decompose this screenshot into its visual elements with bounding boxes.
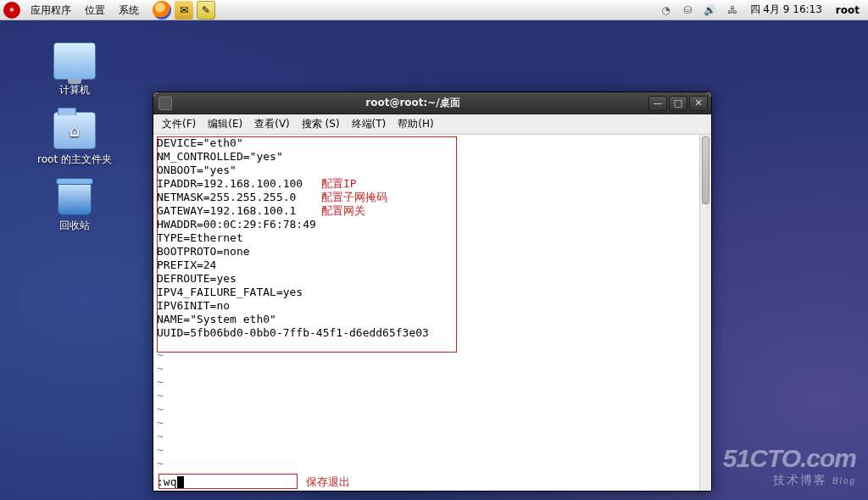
config-line: HWADDR=00:0C:29:F6:78:49 [157,218,698,231]
watermark: 51CTO.com 技术博客 Blog [723,444,856,488]
trash-icon [58,181,92,215]
desktop-icon-home[interactable]: ⌂ root 的主文件夹 [24,112,125,167]
config-line: TYPE=Ethernet [157,231,698,245]
config-line: NAME="System eth0" [157,313,698,326]
titlebar[interactable]: root@root:~/桌面 — □ ✕ [153,92,711,114]
desktop-icon-trash[interactable]: 回收站 [24,181,125,233]
vim-tilde: ~ [157,443,698,457]
annotation-gateway: 配置网关 [321,204,365,218]
annotation-netmask: 配置子网掩码 [321,191,387,204]
vim-tilde: ~ [157,348,698,362]
config-line: BOOTPROTO=none [157,245,698,258]
desktop-icon-label: 回收站 [24,219,125,233]
vim-tilde: ~ [157,457,698,470]
window-title: root@root:~/桌面 [177,96,648,110]
annotation-save: 保存退出 [306,475,350,489]
home-folder-icon: ⌂ [53,112,96,149]
top-panel: ✶ 应用程序 位置 系统 ✉ ✎ ◔ ⛁ 🔊 🖧 四 4月 9 16:13 ro… [0,0,868,20]
annotation-ip: 配置IP [321,177,357,191]
config-line: DEFROUTE=yes [157,272,698,286]
menu-places[interactable]: 位置 [78,0,112,20]
system-tray: ◔ ⛁ 🔊 🖧 [659,3,745,18]
menu-help[interactable]: 帮助(H) [392,115,438,133]
firefox-icon[interactable] [153,1,171,19]
computer-icon [53,42,96,80]
config-line: UUID=5fb06bd0-0bb0-7ffb-45f1-d6edd65f3e0… [157,326,698,340]
menu-file[interactable]: 文件(F) [157,115,201,133]
update-icon[interactable]: ◔ [659,3,674,18]
menu-applications[interactable]: 应用程序 [24,0,78,20]
close-button[interactable]: ✕ [689,96,708,111]
cursor-icon [177,476,184,488]
desktop-icon-label: root 的主文件夹 [24,153,125,167]
volume-icon[interactable]: 🔊 [703,3,718,18]
desktop-icon-label: 计算机 [24,83,125,97]
config-line: IPADDR=192.168.100.100 [157,177,698,191]
notes-icon[interactable]: ✎ [197,1,215,19]
config-line: ONBOOT="yes" [157,164,698,177]
config-line: NETMASK=255.255.255.0 [157,191,698,204]
user-menu[interactable]: root [827,4,868,16]
desktop-icon-computer[interactable]: 计算机 [24,42,125,97]
window-icon [159,97,172,110]
watermark-tagline: 技术博客 [773,473,827,486]
mail-icon[interactable]: ✉ [175,1,193,19]
vim-command-line[interactable]: :wq [157,475,184,489]
config-line: PREFIX=24 [157,258,698,272]
menu-view[interactable]: 查看(V) [249,115,295,133]
vim-tilde: ~ [157,403,698,416]
config-line: NM_CONTROLLED="yes" [157,150,698,164]
minimize-button[interactable]: — [648,96,667,111]
config-line: IPV4_FAILURE_FATAL=yes [157,286,698,299]
menu-terminal[interactable]: 终端(T) [347,115,392,133]
vim-tilde: ~ [157,389,698,403]
menu-edit[interactable]: 编辑(E) [203,115,248,133]
terminal-window: root@root:~/桌面 — □ ✕ 文件(F) 编辑(E) 查看(V) 搜… [153,92,712,492]
menu-system[interactable]: 系统 [112,0,146,20]
config-line: GATEWAY=192.168.100.1 [157,204,698,218]
clock[interactable]: 四 4月 9 16:13 [745,3,827,17]
watermark-suffix: Blog [832,476,856,486]
launcher-icons: ✉ ✎ [153,1,215,19]
disk-icon[interactable]: ⛁ [681,3,696,18]
vim-tilde: ~ [157,416,698,430]
menubar: 文件(F) 编辑(E) 查看(V) 搜索 (S) 终端(T) 帮助(H) [153,114,711,135]
config-line: DEVICE="eth0" [157,136,698,150]
terminal-body[interactable]: DEVICE="eth0" NM_CONTROLLED="yes" ONBOOT… [153,135,711,491]
scrollbar-thumb[interactable] [702,136,709,204]
distro-logo-icon: ✶ [3,2,20,19]
maximize-button[interactable]: □ [669,96,687,111]
menu-search[interactable]: 搜索 (S) [297,115,345,133]
vim-tilde: ~ [157,375,698,389]
scrollbar[interactable] [699,135,711,491]
vim-tilde: ~ [157,430,698,443]
config-line: IPV6INIT=no [157,299,698,313]
terminal-content: DEVICE="eth0" NM_CONTROLLED="yes" ONBOOT… [157,136,698,489]
watermark-brand: 51CTO.com [723,444,856,473]
network-icon[interactable]: 🖧 [725,3,740,18]
vim-tilde: ~ [157,362,698,375]
